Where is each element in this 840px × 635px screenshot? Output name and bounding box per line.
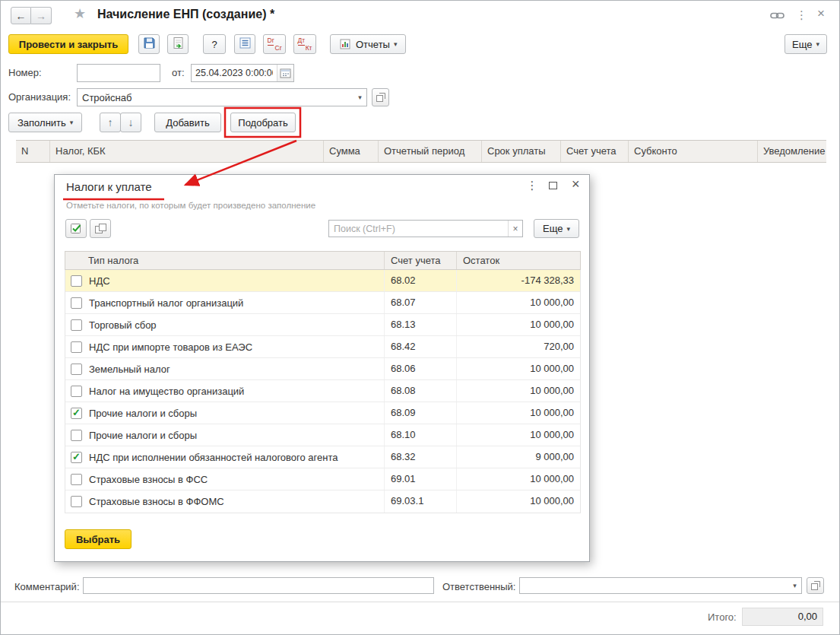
dr-cr-button[interactable]: DrCr (263, 34, 286, 54)
uncheck-all-icon (94, 223, 107, 235)
comment-input[interactable] (83, 577, 434, 594)
tax-checkbox[interactable] (71, 275, 82, 287)
tax-checkbox[interactable] (71, 297, 82, 309)
window-close-button[interactable]: × (817, 6, 825, 21)
tax-row[interactable]: Торговый сбор 68.13 10 000,00 (65, 314, 580, 336)
tax-name: Страховые взносы в ФФОМС (89, 496, 224, 507)
dialog-maximize-button[interactable] (549, 182, 557, 189)
tax-checkbox[interactable] (71, 496, 82, 507)
tax-row[interactable]: Страховые взносы в ФФОМС 69.03.1 10 000,… (65, 491, 580, 513)
pick-button[interactable]: Подобрать (230, 113, 296, 132)
tax-row[interactable]: НДС при исполнении обязанностей налогово… (65, 446, 580, 468)
dialog-subtitle: Отметьте налоги, по которым будет произв… (66, 201, 315, 210)
tax-account: 68.32 (385, 446, 457, 468)
tax-checkbox[interactable] (71, 341, 82, 353)
tax-row[interactable]: Земельный налог 68.06 10 000,00 (65, 358, 580, 380)
more-button[interactable]: Еще ▾ (785, 34, 827, 54)
more-label: Еще (792, 39, 812, 50)
tax-row[interactable]: Налог на имущество организаций 68.08 10 … (65, 380, 580, 402)
tax-row[interactable]: НДС 68.02 -174 328,33 (65, 270, 580, 292)
tax-checkbox[interactable] (71, 474, 82, 485)
dropdown-icon: ▾ (566, 225, 570, 233)
back-button[interactable]: ← (11, 7, 31, 24)
tax-row[interactable]: Страховые взносы в ФСС 69.01 10 000,00 (65, 468, 580, 491)
save-button[interactable] (138, 34, 160, 54)
number-input[interactable] (77, 64, 160, 82)
responsible-input[interactable] (520, 578, 788, 593)
column-header-tax-kbk[interactable]: Налог, КБК (50, 141, 324, 162)
tax-checkbox[interactable] (71, 386, 82, 397)
dialog-kebab-menu-icon[interactable]: ⋮ (526, 179, 538, 192)
tax-account: 68.13 (385, 314, 457, 335)
help-button[interactable]: ? (203, 34, 226, 54)
column-header-sum[interactable]: Сумма (324, 141, 379, 162)
fill-button[interactable]: Заполнить ▾ (8, 113, 82, 132)
column-header-period[interactable]: Отчетный период (379, 141, 482, 162)
column-header-tax-type[interactable]: Тип налога (65, 252, 385, 269)
tax-row[interactable]: Прочие налоги и сборы 68.10 10 000,00 (65, 424, 580, 446)
tax-checkbox[interactable] (71, 319, 82, 331)
link-icon[interactable] (770, 11, 785, 23)
reports-label: Отчеты (356, 39, 390, 50)
forward-button[interactable]: → (31, 7, 52, 24)
column-header-notification[interactable]: Уведомление (758, 141, 826, 162)
column-header-tax-account[interactable]: Счет учета (385, 252, 457, 269)
organization-dropdown-icon[interactable]: ▾ (353, 89, 366, 106)
tax-balance: 10 000,00 (457, 424, 580, 446)
tax-checkbox[interactable] (71, 408, 82, 419)
post-and-close-button[interactable]: Провести и закрыть (8, 34, 128, 54)
add-button[interactable]: Добавить (154, 113, 221, 132)
uncheck-all-button[interactable] (90, 219, 111, 238)
tax-name: НДС (89, 275, 110, 287)
kebab-menu-icon[interactable]: ⋮ (796, 8, 807, 22)
column-header-account[interactable]: Счет учета (561, 141, 629, 162)
tax-name: Земельный налог (89, 364, 170, 375)
column-header-n[interactable]: N (16, 141, 50, 162)
responsible-label: Ответственный: (442, 581, 515, 592)
responsible-open-button[interactable] (807, 577, 824, 594)
window: ← → ★ Начисление ЕНП (создание) * ⋮ × Пр… (0, 0, 840, 635)
dt-kt-button[interactable]: ДтКт (293, 34, 316, 54)
responsible-dropdown-icon[interactable]: ▾ (788, 578, 801, 593)
favorite-star-icon[interactable]: ★ (74, 5, 86, 22)
tax-checkbox[interactable] (71, 452, 82, 463)
tax-balance: 720,00 (457, 336, 580, 357)
check-all-button[interactable] (65, 219, 87, 238)
date-input[interactable] (192, 65, 277, 81)
tax-name: Прочие налоги и сборы (89, 408, 197, 419)
search-clear-button[interactable]: × (508, 221, 522, 237)
journal-button[interactable] (234, 34, 255, 54)
reports-button[interactable]: Отчеты ▾ (330, 34, 406, 54)
move-up-button[interactable]: ↑ (100, 113, 121, 132)
tax-row[interactable]: НДС при импорте товаров из ЕАЭС 68.42 72… (65, 336, 580, 358)
tax-row[interactable]: Прочие налоги и сборы 68.09 10 000,00 (65, 402, 580, 424)
dropdown-icon: ▾ (816, 40, 819, 48)
dropdown-icon: ▾ (70, 119, 74, 126)
dropdown-icon: ▾ (394, 40, 398, 48)
organization-input[interactable] (78, 89, 353, 106)
forward-icon: → (36, 10, 46, 22)
tax-balance: 10 000,00 (457, 491, 580, 513)
tax-checkbox[interactable] (71, 430, 82, 441)
search-input[interactable] (329, 221, 508, 237)
tax-balance: 9 000,00 (457, 446, 580, 468)
post-document-icon (172, 37, 185, 52)
move-down-button[interactable]: ↓ (120, 113, 141, 132)
column-header-due-date[interactable]: Срок уплаты (482, 141, 561, 162)
dialog-close-button[interactable]: × (572, 176, 580, 192)
tax-checkbox[interactable] (71, 364, 82, 375)
tax-balance: 10 000,00 (457, 380, 580, 402)
organization-open-button[interactable] (372, 88, 389, 106)
tax-account: 69.01 (385, 468, 457, 490)
tax-name: Транспортный налог организаций (89, 297, 243, 309)
column-header-balance[interactable]: Остаток (457, 252, 580, 269)
date-label: от: (172, 67, 185, 78)
column-header-subconto[interactable]: Субконто (629, 141, 758, 162)
dialog-more-button[interactable]: Еще ▾ (534, 219, 579, 238)
taxes-dialog: Налоги к уплате ⋮ × Отметьте налоги, по … (54, 174, 590, 562)
tax-row[interactable]: Транспортный налог организаций 68.07 10 … (65, 292, 580, 314)
post-button[interactable] (167, 34, 189, 54)
tax-name: Торговый сбор (89, 319, 157, 331)
calendar-button[interactable] (277, 65, 293, 81)
select-button[interactable]: Выбрать (65, 529, 132, 549)
